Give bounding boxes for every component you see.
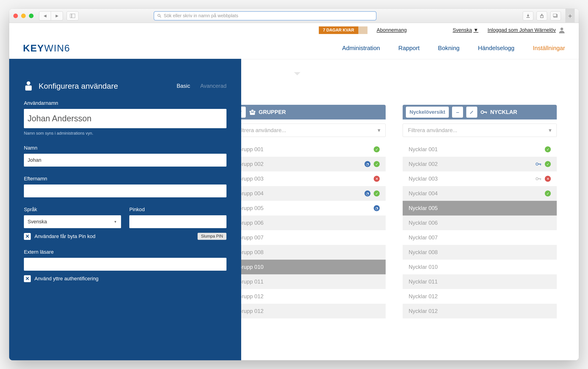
svg-point-8 (560, 28, 563, 30)
language-label: Svenska (453, 27, 472, 33)
row-label: Grupp 005 (237, 205, 264, 211)
keys-collapse-button[interactable]: – (452, 107, 463, 118)
groups-row[interactable]: Grupp 002◔✓ (232, 157, 386, 171)
back-button[interactable]: ◀ (39, 11, 51, 20)
ext-reader-input[interactable] (24, 258, 226, 271)
keys-row[interactable]: Nycklar 012 (403, 304, 557, 318)
svg-rect-0 (70, 14, 75, 18)
keys-row[interactable]: Nycklar 012 (403, 289, 557, 304)
keys-row[interactable]: Nycklar 007 (403, 230, 557, 245)
username-input[interactable] (24, 109, 226, 128)
svg-rect-12 (250, 113, 255, 115)
firstname-input[interactable] (24, 154, 226, 167)
svg-rect-15 (486, 112, 487, 113)
window-minimize-icon[interactable] (21, 14, 26, 18)
username-label: Användarnamn (24, 100, 226, 106)
keys-row[interactable]: Nycklar 005 (403, 201, 557, 215)
language-picker[interactable]: Svenska ▼ (453, 27, 478, 33)
allow-pin-change-checkbox[interactable]: ✕ (24, 233, 31, 240)
address-input[interactable] (164, 13, 373, 18)
groups-row[interactable]: Grupp 001✓ (232, 142, 386, 157)
nav-inställningar[interactable]: Inställningar (533, 45, 565, 52)
row-label: Grupp 012 (237, 308, 264, 314)
key-icon (536, 177, 542, 181)
share-button[interactable] (537, 11, 547, 20)
row-label: Nycklar 012 (409, 308, 438, 314)
error-icon: ✕ (374, 176, 380, 182)
key-overview-button[interactable]: Nyckelöversikt (406, 107, 449, 118)
check-icon: ✓ (374, 190, 380, 196)
svg-point-16 (536, 163, 538, 165)
groups-header: GRUPPER (232, 105, 386, 120)
groups-row[interactable]: Grupp 012 (232, 289, 386, 304)
panel-tab-basic[interactable]: Basic (177, 83, 190, 89)
groups-row[interactable]: Grupp 003✕ (232, 171, 386, 186)
groups-row[interactable]: Grupp 006 (232, 215, 386, 230)
row-label: Nycklar 011 (409, 278, 438, 285)
keys-row[interactable]: Nycklar 003✕ (403, 171, 557, 186)
ext-auth-checkbox[interactable]: ✕ (24, 275, 31, 282)
svg-rect-23 (25, 85, 32, 91)
sidebar-toggle-button[interactable] (67, 11, 79, 20)
svg-point-22 (27, 81, 30, 85)
keys-row[interactable]: Nycklar 008 (403, 245, 557, 260)
logged-in-user[interactable]: Inloggad som Johan Wärnelöv (488, 27, 565, 33)
keys-edit-button[interactable] (466, 107, 477, 118)
language-select[interactable] (24, 215, 121, 228)
groups-row[interactable]: Grupp 012 (232, 304, 386, 318)
new-tab-button[interactable]: ＋ (566, 9, 575, 23)
row-label: Grupp 011 (237, 278, 264, 285)
keys-row[interactable]: Nycklar 004✓ (403, 186, 557, 201)
clock-icon: ◔ (365, 190, 370, 196)
nav-händelselogg[interactable]: Händelselogg (478, 45, 515, 52)
pin-label: Pinkod (129, 206, 226, 213)
keys-row[interactable]: Nycklar 010 (403, 260, 557, 274)
allow-pin-change-label: Användare får byta Pin kod (34, 234, 95, 239)
window-close-icon[interactable] (13, 14, 18, 18)
subscription-link[interactable]: Abonnemang (377, 27, 407, 33)
window-zoom-icon[interactable] (29, 14, 33, 18)
clock-icon: ◔ (365, 161, 370, 167)
svg-rect-18 (540, 164, 541, 165)
keys-row[interactable]: Nycklar 006 (403, 215, 557, 230)
firstname-label: Namn (24, 145, 226, 151)
nav-bokning[interactable]: Bokning (438, 45, 460, 52)
downloads-button[interactable] (523, 11, 533, 20)
keys-row[interactable]: Nycklar 011 (403, 274, 557, 289)
groups-row[interactable]: Grupp 008 (232, 245, 386, 260)
groups-row[interactable]: Grupp 005◔ (232, 201, 386, 215)
pin-input[interactable] (129, 215, 226, 228)
browser-toolbar: ◀ ▶ ＋ (9, 9, 579, 23)
keys-row[interactable]: Nycklar 002✓ (403, 157, 557, 171)
groups-row[interactable]: Grupp 007 (232, 230, 386, 245)
check-icon: ✓ (545, 161, 551, 167)
svg-point-10 (249, 111, 251, 113)
groups-row[interactable]: Grupp 004◔✓ (232, 186, 386, 201)
row-label: Grupp 008 (237, 249, 264, 256)
chevron-down-icon: ▾ (378, 127, 380, 133)
nav-active-caret (294, 72, 300, 75)
keys-title: NYCKLAR (490, 109, 517, 115)
keys-row[interactable]: Nycklar 001✓ (403, 142, 557, 157)
panel-title: Konfigurera användare (39, 82, 118, 91)
search-icon (157, 14, 162, 18)
keys-filter[interactable]: Filtrera användare... ▾ (403, 124, 557, 137)
nav-administration[interactable]: Administration (342, 45, 380, 52)
panel-tab-advanced[interactable]: Avancerad (200, 83, 226, 89)
nav-rapport[interactable]: Rapport (398, 45, 420, 52)
row-label: Nycklar 003 (409, 175, 438, 182)
configure-user-panel: Konfigurera användare Basic Avancerad An… (9, 59, 241, 360)
tabs-button[interactable] (550, 11, 561, 20)
random-pin-button[interactable]: Slumpa PIN (198, 233, 226, 240)
groups-row[interactable]: Grupp 010 (232, 260, 386, 274)
error-icon: ✕ (545, 176, 551, 182)
address-bar[interactable] (154, 11, 376, 20)
groups-title: GRUPPER (259, 109, 286, 115)
key-icon (480, 109, 487, 115)
lastname-input[interactable] (24, 184, 226, 197)
app-navbar: KEYWIN6 AdministrationRapportBokningHänd… (9, 37, 579, 59)
groups-row[interactable]: Grupp 011 (232, 274, 386, 289)
forward-button[interactable]: ▶ (51, 11, 63, 20)
chevron-down-icon: ▾ (549, 127, 551, 133)
groups-filter[interactable]: Filtrera användare... ▾ (232, 124, 386, 137)
